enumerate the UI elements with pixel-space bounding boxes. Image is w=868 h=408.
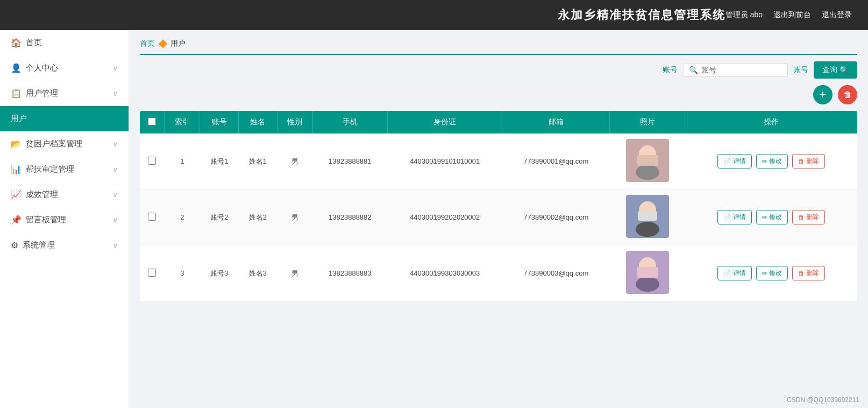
sidebar-item-user[interactable]: 用户	[0, 106, 129, 131]
edit-button[interactable]: ✏ 修改	[756, 266, 788, 280]
main-layout: 🏠 首页 👤 个人中心 ∨ 📋 用户管理 ∨ 用户 📂 贫困户档案管理 ∨ 📊 …	[0, 30, 868, 408]
edit-label: 修改	[769, 269, 782, 278]
row-actions: 📄 详情 ✏ 修改 🗑 删除	[685, 189, 857, 245]
delete-button[interactable]: 🗑 删除	[792, 210, 825, 224]
sidebar-item-poverty-label: 贫困户档案管理	[26, 139, 82, 149]
detail-button[interactable]: 📄 详情	[717, 154, 752, 168]
sidebar-item-user-label: 用户	[11, 114, 27, 124]
row-email: 773890003@qq.com	[502, 245, 610, 301]
row-actions: 📄 详情 ✏ 修改 🗑 删除	[685, 133, 857, 189]
row-phone: 13823888881	[312, 133, 387, 189]
row-phone: 13823888883	[312, 245, 387, 301]
sidebar-item-user-mgmt-label: 用户管理	[26, 88, 58, 99]
edit-button[interactable]: ✏ 修改	[756, 210, 788, 224]
row-actions: 📄 详情 ✏ 修改 🗑 删除	[685, 245, 857, 301]
detail-label: 详情	[733, 269, 746, 278]
sidebar-item-system[interactable]: ⚙ 系统管理 ∨	[0, 233, 129, 258]
search-label: 账号	[663, 65, 678, 75]
sidebar-item-achievement[interactable]: 📈 成效管理 ∨	[0, 182, 129, 207]
query-label: 查询	[822, 65, 837, 75]
sidebar-item-bulletin-label: 留言板管理	[26, 215, 66, 225]
sidebar-item-assistance[interactable]: 📊 帮扶审定管理 ∨	[0, 157, 129, 182]
sidebar-item-profile[interactable]: 👤 个人中心 ∨	[0, 55, 129, 81]
row-photo	[610, 133, 685, 189]
logout-button[interactable]: 退出登录	[822, 10, 852, 20]
row-index: 1	[165, 133, 200, 189]
delete-button[interactable]: 🗑 删除	[792, 266, 825, 280]
col-phone: 手机	[312, 111, 387, 133]
table-header-row: 索引 账号 姓名 性别 手机 身份证 邮箱 照片 操作	[140, 111, 857, 133]
sidebar-item-home[interactable]: 🏠 首页	[0, 30, 129, 55]
chevron-down-icon: ∨	[113, 65, 118, 72]
profile-icon: 👤	[11, 63, 22, 73]
sidebar: 🏠 首页 👤 个人中心 ∨ 📋 用户管理 ∨ 用户 📂 贫困户档案管理 ∨ 📊 …	[0, 30, 129, 408]
row-checkbox[interactable]	[148, 213, 156, 221]
edit-button[interactable]: ✏ 修改	[756, 154, 788, 168]
chevron-down-icon-4: ∨	[113, 166, 118, 173]
edit-icon: ✏	[762, 214, 767, 221]
user-photo-2	[626, 195, 669, 238]
row-checkbox[interactable]	[148, 157, 156, 165]
watermark: CSDN @QQ1039692211	[787, 396, 859, 404]
table-row: 1 账号1 姓名1 男 13823888881 4403001991010100…	[140, 133, 857, 189]
assistance-icon: 📊	[11, 164, 22, 174]
admin-label: 管理员 abo	[725, 10, 763, 20]
search-icon: 🔍	[689, 66, 698, 74]
user-mgmt-icon: 📋	[11, 88, 22, 99]
breadcrumb-home[interactable]: 首页	[140, 39, 155, 48]
col-checkbox	[140, 111, 165, 133]
delete-icon: 🗑	[798, 158, 805, 165]
row-email: 773890001@qq.com	[502, 133, 610, 189]
sidebar-item-poverty[interactable]: 📂 贫困户档案管理 ∨	[0, 131, 129, 157]
query-icon: 🔍	[839, 66, 849, 74]
col-account: 账号	[200, 111, 239, 133]
row-name: 姓名2	[239, 189, 278, 245]
row-index: 2	[165, 189, 200, 245]
batch-delete-button[interactable]: 🗑	[838, 85, 857, 104]
trash-icon: 🗑	[843, 90, 852, 100]
poverty-icon: 📂	[11, 139, 22, 149]
system-icon: ⚙	[11, 240, 18, 250]
row-gender: 男	[277, 189, 312, 245]
detail-icon: 📄	[723, 214, 731, 221]
query-button[interactable]: 查询 🔍	[814, 61, 857, 79]
header: 永加乡精准扶贫信息管理系统 管理员 abo 退出到前台 退出登录	[0, 0, 868, 30]
back-to-front-button[interactable]: 退出到前台	[773, 10, 811, 20]
detail-button[interactable]: 📄 详情	[717, 266, 752, 280]
search-input[interactable]	[701, 66, 782, 74]
edit-label: 修改	[769, 157, 782, 166]
row-photo	[610, 189, 685, 245]
add-button[interactable]: +	[813, 85, 833, 104]
user-photo-1	[626, 139, 669, 182]
sidebar-item-bulletin[interactable]: 📌 留言板管理 ∨	[0, 207, 129, 233]
detail-button[interactable]: 📄 详情	[717, 210, 752, 224]
breadcrumb: 首页 🔶 用户	[140, 39, 857, 55]
detail-label: 详情	[733, 213, 746, 222]
row-checkbox-cell	[140, 189, 165, 245]
row-account: 账号1	[200, 133, 239, 189]
row-gender: 男	[277, 133, 312, 189]
detail-icon: 📄	[723, 270, 731, 277]
table-row: 3 账号3 姓名3 男 13823888883 4403001993030300…	[140, 245, 857, 301]
chevron-down-icon-6: ∨	[113, 216, 118, 224]
row-checkbox[interactable]	[148, 269, 156, 277]
select-all-checkbox[interactable]	[148, 117, 156, 125]
bulletin-icon: 📌	[11, 215, 22, 225]
achievement-icon: 📈	[11, 189, 22, 200]
svg-point-10	[636, 277, 659, 292]
row-name: 姓名3	[239, 245, 278, 301]
svg-rect-11	[637, 267, 658, 278]
row-name: 姓名1	[239, 133, 278, 189]
delete-button[interactable]: 🗑 删除	[792, 154, 825, 168]
content-area: 首页 🔶 用户 账号 🔍 账号 查询 🔍 + 🗑	[129, 30, 868, 408]
delete-label: 删除	[806, 269, 819, 278]
home-icon: 🏠	[11, 38, 22, 48]
sidebar-item-user-mgmt[interactable]: 📋 用户管理 ∨	[0, 81, 129, 106]
col-actions: 操作	[685, 111, 857, 133]
row-account: 账号2	[200, 189, 239, 245]
toolbar: 账号 🔍 账号 查询 🔍	[140, 61, 857, 79]
row-idcard: 440300199303030003	[388, 245, 502, 301]
row-idcard: 440300199202020002	[388, 189, 502, 245]
users-table: 索引 账号 姓名 性别 手机 身份证 邮箱 照片 操作	[140, 111, 857, 301]
row-index: 3	[165, 245, 200, 301]
